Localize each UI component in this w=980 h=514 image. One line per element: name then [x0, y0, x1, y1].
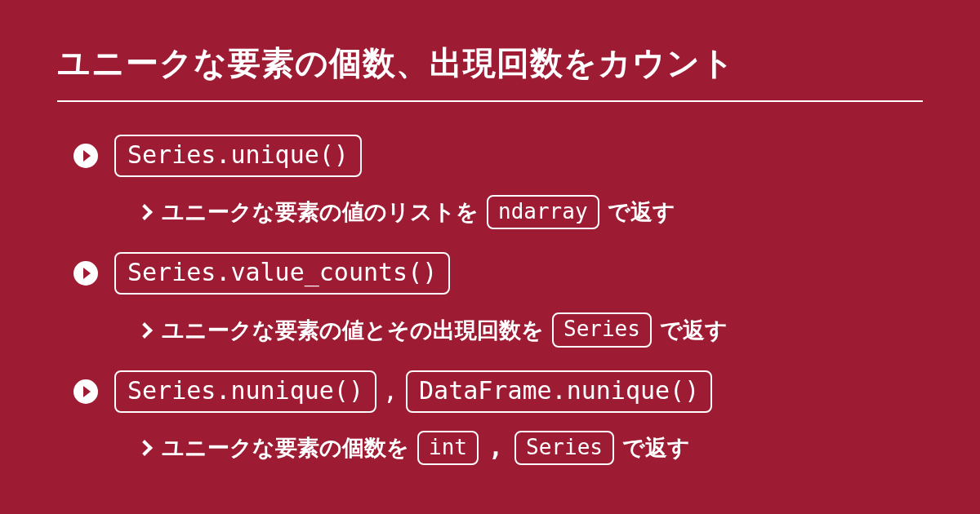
- type-pill: Series: [552, 312, 652, 347]
- code-pill: Series.unique(): [114, 135, 362, 177]
- code-pill: DataFrame.nunique(): [406, 370, 712, 413]
- comma-separator: ,: [381, 377, 401, 405]
- type-pill: ndarray: [487, 195, 599, 229]
- page-title: ユニークな要素の個数、出現回数をカウント: [57, 41, 923, 102]
- item-description: ユニークな要素の値とその出現回数を Series で返す: [74, 312, 923, 347]
- item-description: ユニークな要素の個数を int , Series で返す: [74, 431, 923, 465]
- comma-separator: ,: [487, 433, 506, 462]
- chevron-circle-icon: [74, 379, 98, 404]
- description-text: ユニークな要素の値とその出現回数を: [162, 316, 544, 345]
- code-pill: Series.nunique(): [114, 370, 376, 413]
- description-text: で返す: [608, 197, 675, 227]
- code-row: Series.value_counts(): [114, 252, 450, 295]
- item-head: Series.nunique() , DataFrame.nunique(): [74, 370, 923, 413]
- code-pill: Series.value_counts(): [114, 252, 450, 295]
- chevron-circle-icon: [74, 261, 98, 286]
- chevron-circle-icon: [74, 144, 98, 168]
- description-text: ユニークな要素の値のリストを: [162, 197, 479, 227]
- item-head: Series.unique(): [74, 135, 923, 177]
- code-row: Series.unique(): [114, 135, 362, 177]
- type-pill: int: [417, 431, 479, 465]
- description-text: ユニークな要素の個数を: [162, 433, 409, 463]
- item-head: Series.value_counts(): [74, 252, 923, 295]
- chevron-right-icon: [136, 204, 153, 220]
- description-text: で返す: [660, 316, 728, 345]
- list-item: Series.nunique() , DataFrame.nunique() ユ…: [74, 370, 923, 465]
- item-description: ユニークな要素の値のリストを ndarray で返す: [74, 195, 923, 229]
- description-text: で返す: [622, 433, 690, 463]
- list-item: Series.unique() ユニークな要素の値のリストを ndarray で…: [74, 135, 923, 229]
- list-item: Series.value_counts() ユニークな要素の値とその出現回数を …: [74, 252, 923, 347]
- chevron-right-icon: [136, 322, 153, 339]
- chevron-right-icon: [136, 440, 153, 456]
- type-pill: Series: [514, 431, 614, 465]
- code-row: Series.nunique() , DataFrame.nunique(): [114, 370, 712, 413]
- method-list: Series.unique() ユニークな要素の値のリストを ndarray で…: [57, 135, 923, 465]
